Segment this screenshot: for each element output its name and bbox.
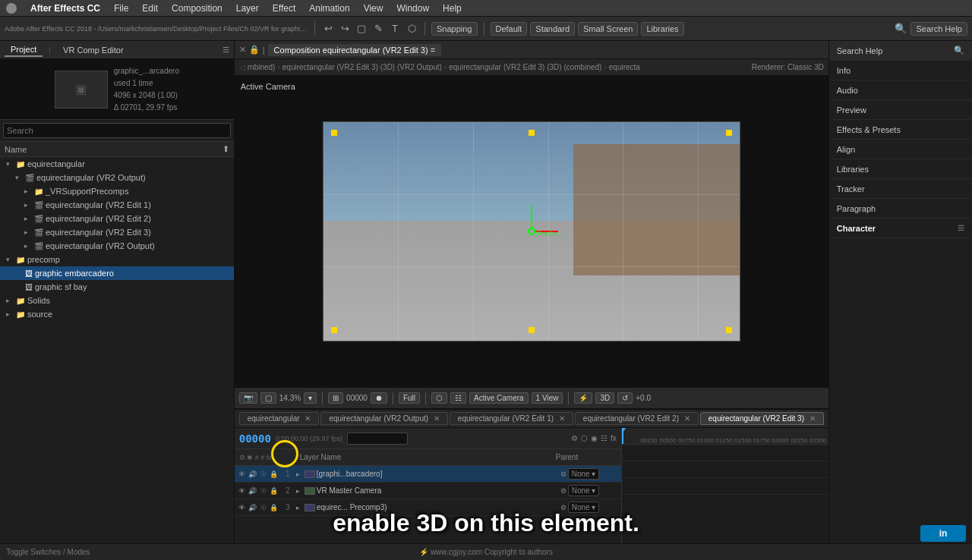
handle-bottom-center[interactable] [529,327,535,333]
composition-canvas[interactable]: [The Em... [323,121,740,341]
breadcrumb-1[interactable]: equirectangular (VR2 Edit 3) (3D) (VR2 O… [282,63,442,71]
tree-item-_vrsupportprecomps[interactable]: ▸📁_VRSupportPrecomps [0,184,234,198]
menu-file[interactable]: File [108,2,134,15]
search-icon[interactable]: 🔍 [894,22,907,36]
layer-audio-icon-1[interactable]: 🔊 [248,486,257,496]
comp-lock-icon[interactable]: 🔒 [249,45,260,55]
layer-parent-dropdown-2[interactable]: None ▾ [568,502,600,513]
menu-edit[interactable]: Edit [136,2,164,15]
text-icon[interactable]: T [388,22,402,36]
transparency-btn[interactable]: ☷ [450,392,466,404]
project-tab[interactable]: Project [5,43,43,57]
layer-eye-icon-0[interactable]: 👁 [238,470,247,479]
view-dropdown[interactable]: 1 View [532,392,563,404]
tab-close-icon[interactable]: ✕ [684,414,690,423]
vr-comp-editor-tab[interactable]: VR Comp Editor [57,44,129,56]
tree-item-equirectangular-vr2-output[interactable]: ▾🎬equirectangular (VR2 Output) [0,171,234,184]
tree-item-source[interactable]: ▸📁source [0,307,234,321]
menu-window[interactable]: Window [390,2,435,15]
tree-item-graphic-sf-bay[interactable]: 🖼graphic sf bay [0,280,234,294]
breadcrumb-2[interactable]: equirectangular (VR2 Edit 3) (3D) (combi… [449,63,601,71]
layer-solo-icon-1[interactable]: ☉ [259,486,268,496]
fit-btn[interactable]: ⊞ [328,392,343,404]
search-help-button[interactable]: Search Help [910,22,967,36]
right-panel-item-audio[interactable]: Audio [829,80,972,100]
layer-expand-icon-0[interactable]: ▸ [294,470,303,479]
timeline-layer-2[interactable]: 👁 🔊 ☉ 🔒 3 ▸ equirec... Precomp3) ⚙ None … [235,499,621,516]
layer-eye-icon-2[interactable]: 👁 [238,503,247,512]
layer-lock-icon-1[interactable]: 🔒 [270,486,279,496]
snapshot-btn[interactable]: 📷 [239,392,257,404]
right-panel-item-align[interactable]: Align [829,140,972,159]
tree-item-equirectangular-vr2-edit1[interactable]: ▸🎬equirectangular (VR2 Edit 1) [0,198,234,212]
right-panel-item-preview[interactable]: Preview [829,100,972,120]
layer-solo-icon-0[interactable]: ☉ [259,470,268,479]
tree-item-equirectangular-vr2-edit3[interactable]: ▸🎬equirectangular (VR2 Edit 3) [0,225,234,239]
draft-3d-btn[interactable]: 3D [595,392,614,404]
undo-icon[interactable]: ↩ [321,22,335,36]
layer-expand-icon-2[interactable]: ▸ [294,503,303,512]
active-camera-dropdown[interactable]: Active Camera [469,392,529,404]
breadcrumb-combined[interactable]: rnbined) [248,63,276,71]
select-icon[interactable]: ▢ [355,22,368,36]
timeline-tab-equirectangular[interactable]: equirectangular ✕ [239,412,320,425]
breadcrumb-3[interactable]: equirecta [609,63,640,71]
tree-item-equirectangular[interactable]: ▾📁equirectangular [0,157,234,171]
comp-tab-active[interactable]: Composition equirectangular (VR2 Edit 3)… [268,44,441,56]
tree-item-equirectangular-vr2-edit2[interactable]: ▸🎬equirectangular (VR2 Edit 2) [0,212,234,225]
tl-ctrl-icon-3[interactable]: ◉ [591,434,598,442]
layer-expand-icon-1[interactable]: ▸ [294,486,303,496]
tab-close-icon[interactable]: ✕ [809,414,816,423]
libraries-button[interactable]: Libraries [641,22,683,36]
layer-lock-icon-0[interactable]: 🔒 [270,470,279,479]
menu-effect[interactable]: Effect [267,2,301,15]
pen-icon[interactable]: ✎ [371,22,385,36]
project-search-input[interactable] [3,123,231,138]
tree-item-graphic-embarcadero[interactable]: 🖼graphic embarcadero [0,266,234,280]
timeline-layer-1[interactable]: 👁 🔊 ☉ 🔒 2 ▸ VR Master Camera ⚙ None ▾ [235,483,621,499]
camera-record-btn[interactable]: ⏺ [371,392,387,404]
panel-menu-icon[interactable]: ☰ [222,46,229,54]
right-panel-item-tracker[interactable]: Tracker [829,179,972,199]
workspace-default[interactable]: Default [491,22,528,36]
tree-item-solids[interactable]: ▸📁Solids [0,294,234,307]
handle-top-center[interactable] [529,130,535,136]
region-btn[interactable]: ⬡ [431,392,447,404]
tl-ctrl-icon-5[interactable]: fx [611,434,617,442]
right-panel-item-paragraph[interactable]: Paragraph [829,199,972,219]
timeline-layer-0[interactable]: 👁 🔊 ☉ 🔒 1 ▸ [graphi...barcadero] ⚙ None … [235,466,621,483]
timeline-tab-equirectangular-(vr2-edit-2)[interactable]: equirectangular (VR2 Edit 2) ✕ [575,412,699,425]
menu-help[interactable]: Help [437,2,468,15]
character-menu-icon[interactable]: ☰ [958,224,964,232]
search-help-item[interactable]: Search Help 🔍 [829,41,972,61]
brush-icon[interactable]: ⬡ [405,22,418,36]
timeline-tab-equirectangular-(vr2-edit-1)[interactable]: equirectangular (VR2 Edit 1) ✕ [450,412,573,425]
reset-btn[interactable]: ↺ [617,392,633,404]
layer-eye-icon-1[interactable]: 👁 [238,486,247,496]
layer-parent-dropdown-1[interactable]: None ▾ [568,485,600,496]
workspace-standard[interactable]: Standard [530,22,575,36]
handle-top-right[interactable] [726,130,732,136]
tab-close-icon[interactable]: ✕ [559,414,565,423]
tl-ctrl-icon-4[interactable]: ☷ [601,434,608,442]
quality-dropdown[interactable]: Full [399,392,420,404]
right-panel-item-character[interactable]: Character☰ [829,219,972,238]
timeline-tab-equirectangular-(vr2-output)[interactable]: equirectangular (VR2 Output) ✕ [320,412,447,425]
handle-bottom-right[interactable] [726,327,732,333]
right-panel-item-effects-presets[interactable]: Effects & Presets [829,120,972,140]
anchor-point[interactable]: [The Em... [528,228,535,235]
redo-icon[interactable]: ↪ [338,22,352,36]
menu-animation[interactable]: Animation [303,2,355,15]
snapping-button[interactable]: Snapping [431,22,478,36]
handle-top-left[interactable] [331,130,337,136]
tl-ctrl-icon-1[interactable]: ⚙ [571,434,578,442]
render-options[interactable]: ⚡ [574,392,592,404]
menu-composition[interactable]: Composition [166,2,229,15]
handle-bottom-left[interactable] [331,327,337,333]
menu-view[interactable]: View [358,2,390,15]
timeline-search-input[interactable] [347,433,408,445]
tab-close-icon[interactable]: ✕ [434,414,440,423]
comp-close-icon[interactable]: ✕ [239,45,246,55]
comp-button[interactable]: ▢ [260,392,276,404]
layer-parent-dropdown-0[interactable]: None ▾ [568,468,600,480]
